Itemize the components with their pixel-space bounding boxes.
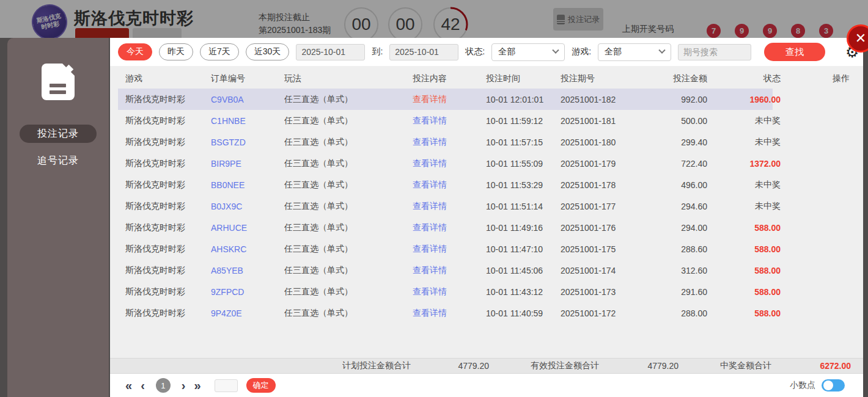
header-content: 投注内容 (413, 73, 486, 84)
table-row: 斯洛伐克时时彩9ZFPCD任三直选（单式）查看详情10-01 11:43:122… (110, 281, 863, 302)
cell-status: 未中奖 (707, 137, 781, 148)
cell-game: 斯洛伐克时时彩 (125, 158, 211, 169)
cell-period: 20251001-178 (561, 180, 666, 190)
cell-detail[interactable]: 查看详情 (413, 115, 486, 126)
cell-time: 10-01 11:53:29 (486, 180, 561, 190)
cell-status: 588.00 (707, 308, 781, 318)
cell-status: 588.00 (707, 244, 781, 254)
cell-amount: 496.00 (666, 180, 707, 190)
decimal-toggle[interactable] (822, 379, 845, 392)
cell-time: 10-01 11:47:10 (486, 244, 561, 254)
win-total-label: 中奖金额合计 (720, 360, 781, 371)
date-to-label: 到: (372, 46, 383, 57)
cell-status: 588.00 (707, 287, 781, 297)
cell-detail[interactable]: 查看详情 (413, 201, 486, 212)
cell-time: 10-01 11:51:14 (486, 202, 561, 211)
status-select[interactable]: 全部 (491, 43, 565, 61)
cell-order[interactable]: 9P4Z0E (211, 308, 284, 318)
cell-period: 20251001-181 (561, 116, 666, 126)
cell-amount: 288.00 (666, 308, 707, 318)
cell-detail[interactable]: 查看详情 (413, 308, 486, 319)
game-select[interactable]: 全部 (598, 43, 671, 61)
cell-game: 斯洛伐克时时彩 (125, 244, 211, 255)
cell-detail[interactable]: 查看详情 (413, 244, 486, 255)
table-row: 斯洛伐克时时彩BIR9PE任三直选（单式）查看详情10-01 11:55:092… (110, 153, 863, 174)
table-row: 斯洛伐克时时彩C9VB0A任三直选（单式）查看详情10-01 12:01:012… (110, 89, 863, 110)
cell-period: 20251001-176 (561, 223, 666, 233)
document-icon (42, 64, 75, 100)
cell-time: 10-01 11:49:16 (486, 223, 561, 233)
cell-order[interactable]: C9VB0A (211, 95, 284, 104)
page-jump-input[interactable] (215, 379, 238, 392)
plan-total-label: 计划投注金额合计 (342, 360, 411, 371)
cell-order[interactable]: BB0NEE (211, 180, 284, 190)
cell-order[interactable]: B0JX9C (211, 202, 284, 211)
cell-status: 588.00 (707, 223, 781, 233)
page-jump-confirm-button[interactable]: 确定 (246, 378, 276, 393)
table-row: 斯洛伐克时时彩A85YEB任三直选（单式）查看详情10-01 11:45:062… (110, 260, 863, 281)
cell-order[interactable]: 9ZFPCD (211, 287, 284, 297)
cell-play: 任三直选（单式） (284, 94, 413, 105)
range-yesterday-button[interactable]: 昨天 (159, 43, 193, 60)
cell-order[interactable]: ARHUCE (211, 223, 284, 233)
table-row: 斯洛伐克时时彩B0JX9C任三直选（单式）查看详情10-01 11:51:142… (110, 195, 863, 217)
prev-page-button[interactable]: ‹ (141, 379, 145, 392)
cell-game: 斯洛伐克时时彩 (125, 137, 211, 148)
cell-play: 任三直选（单式） (284, 115, 413, 126)
cell-detail[interactable]: 查看详情 (413, 94, 486, 105)
table-row: 斯洛伐克时时彩BB0NEE任三直选（单式）查看详情10-01 11:53:292… (110, 174, 863, 195)
cell-status: 未中奖 (707, 201, 781, 212)
cell-detail[interactable]: 查看详情 (413, 222, 486, 233)
next-page-button[interactable]: › (182, 379, 186, 392)
cell-order[interactable]: BIR9PE (211, 159, 284, 169)
header-time: 投注时间 (486, 73, 561, 84)
chevron-down-icon (552, 47, 559, 54)
first-page-button[interactable]: « (125, 379, 132, 392)
cell-time: 10-01 11:43:12 (486, 287, 561, 297)
cell-detail[interactable]: 查看详情 (413, 137, 486, 148)
table-row: 斯洛伐克时时彩C1HNBE任三直选（单式）查看详情10-01 11:59:122… (110, 110, 863, 131)
cell-order[interactable]: C1HNBE (211, 116, 284, 126)
cell-game: 斯洛伐克时时彩 (125, 222, 211, 233)
bet-records-modal: 今天 昨天 近7天 近30天 到: 状态: 全部 游戏: 全部 查找 ⚙ 游戏 … (110, 38, 863, 397)
sidebar-item-chase-records[interactable]: 追号记录 (20, 151, 97, 170)
range-30days-button[interactable]: 近30天 (246, 43, 290, 60)
cell-amount: 288.60 (666, 244, 707, 254)
cell-detail[interactable]: 查看详情 (413, 265, 486, 276)
last-page-button[interactable]: » (194, 379, 200, 392)
cell-time: 10-01 11:55:09 (486, 159, 561, 169)
valid-total-label: 有效投注金额合计 (531, 360, 601, 371)
cell-game: 斯洛伐克时时彩 (125, 308, 211, 319)
cell-game: 斯洛伐克时时彩 (125, 201, 211, 212)
win-total-value: 6272.00 (781, 361, 851, 371)
cell-amount: 291.60 (666, 287, 707, 297)
range-today-button[interactable]: 今天 (118, 43, 152, 60)
pagination-bar: « ‹ 1 › » 确定 小数点 (110, 374, 863, 397)
cell-detail[interactable]: 查看详情 (413, 286, 486, 297)
search-button[interactable]: 查找 (764, 43, 825, 61)
cell-amount: 500.00 (666, 116, 707, 126)
cell-time: 10-01 11:59:12 (486, 116, 561, 126)
bet-records-table: 游戏 订单编号 玩法 投注内容 投注时间 投注期号 投注金额 状态 操作 斯洛伐… (110, 66, 863, 358)
period-search-input[interactable] (678, 44, 751, 60)
cell-game: 斯洛伐克时时彩 (125, 265, 211, 276)
header-amount: 投注金额 (666, 73, 707, 84)
date-to-input[interactable] (389, 44, 458, 60)
range-7days-button[interactable]: 近7天 (200, 43, 239, 60)
status-select-value: 全部 (498, 46, 515, 57)
cell-period: 20251001-180 (561, 137, 666, 147)
cell-amount: 722.40 (666, 159, 707, 169)
game-select-value: 全部 (605, 46, 622, 57)
cell-play: 任三直选（单式） (284, 137, 413, 148)
plan-total-value: 4779.20 (411, 361, 489, 371)
cell-detail[interactable]: 查看详情 (413, 158, 486, 169)
cell-play: 任三直选（单式） (284, 265, 413, 276)
cell-detail[interactable]: 查看详情 (413, 180, 486, 191)
cell-amount: 294.60 (666, 202, 707, 211)
current-page-button[interactable]: 1 (156, 378, 171, 393)
cell-order[interactable]: AHSKRC (211, 244, 284, 254)
sidebar-item-bet-records[interactable]: 投注记录 (20, 125, 97, 143)
date-from-input[interactable] (296, 44, 365, 60)
cell-order[interactable]: BSGTZD (211, 137, 284, 147)
cell-order[interactable]: A85YEB (211, 266, 284, 275)
